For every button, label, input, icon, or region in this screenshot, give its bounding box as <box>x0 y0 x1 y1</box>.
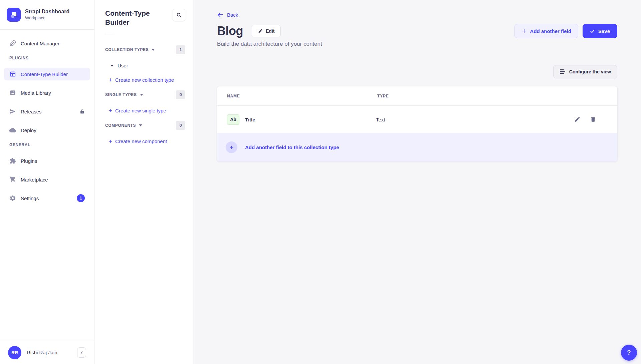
divider <box>105 34 115 34</box>
edit-field-button[interactable] <box>574 116 581 123</box>
brand-subtitle: Workplace <box>25 15 69 21</box>
save-label: Save <box>598 28 610 34</box>
search-button[interactable] <box>173 9 185 21</box>
section-label: SINGLE TYPES <box>105 92 137 97</box>
section-label: COLLECTION TYPES <box>105 47 149 52</box>
chevron-down-icon <box>139 124 142 126</box>
pencil-icon <box>258 29 263 33</box>
table-header: NAME TYPE <box>217 86 617 106</box>
back-link[interactable]: Back <box>217 11 238 18</box>
edit-label: Edit <box>266 28 274 34</box>
configure-the-view-button[interactable]: Configure the view <box>553 65 617 78</box>
sidebar-item-content-type-builder[interactable]: Content-Type Builder <box>4 68 90 80</box>
sidebar-item-label: Media Library <box>21 90 51 96</box>
subnav-title: Content-Type Builder <box>105 9 162 27</box>
table-row: Ab Title Text <box>217 106 617 133</box>
sidebar-item-label: Settings <box>21 196 39 201</box>
main-sidebar: Strapi Dashboard Workplace Content Manag… <box>0 0 94 364</box>
search-icon <box>176 12 182 18</box>
layout-icon <box>9 71 16 77</box>
brand-title: Strapi Dashboard <box>25 8 69 15</box>
create-new-collection-type-link[interactable]: + Create new collection type <box>105 75 185 85</box>
image-icon <box>9 89 16 96</box>
sidebar-item-deploy[interactable]: Deploy <box>4 124 90 136</box>
gear-icon <box>9 195 16 202</box>
content-type-builder-subnav: Content-Type Builder COLLECTION TYPES 1 <box>94 0 193 364</box>
sidebar-item-content-manager[interactable]: Content Manager <box>4 37 90 50</box>
cart-icon <box>9 176 16 183</box>
save-button[interactable]: Save <box>583 24 617 38</box>
sidebar-nav: Content Manager PLUGINS Content-Type Bui… <box>0 30 94 341</box>
page-title: Blog <box>217 24 243 38</box>
create-link-label: Create new single type <box>115 108 166 113</box>
section-count-badge: 0 <box>176 121 185 130</box>
create-link-label: Create new component <box>115 138 167 144</box>
add-field-to-collection-label: Add another field to this collection typ… <box>245 144 339 150</box>
section-single-types[interactable]: SINGLE TYPES 0 <box>105 90 185 99</box>
settings-lines-icon <box>560 69 566 74</box>
workspace-switcher[interactable]: Strapi Dashboard Workplace <box>0 0 94 30</box>
delete-field-button[interactable] <box>590 116 597 123</box>
brand-text: Strapi Dashboard Workplace <box>25 8 69 21</box>
check-icon <box>590 29 595 34</box>
column-header-type: TYPE <box>376 94 555 98</box>
plus-circle-icon: + <box>226 141 237 153</box>
sidebar-item-label: Marketplace <box>21 177 48 183</box>
sidebar-item-label: Content Manager <box>21 41 59 46</box>
puzzle-icon <box>9 157 16 164</box>
sidebar-item-label: Releases <box>21 109 42 114</box>
trash-icon <box>590 116 596 123</box>
edit-button[interactable]: Edit <box>252 25 281 37</box>
plus-icon <box>521 28 527 34</box>
sidebar-item-label: Plugins <box>21 158 37 164</box>
chevron-down-icon <box>152 49 155 51</box>
lock-icon <box>79 109 85 114</box>
chevron-down-icon <box>140 94 143 96</box>
section-components[interactable]: COMPONENTS 0 <box>105 121 185 130</box>
plus-icon: + <box>109 107 112 114</box>
field-name: Title <box>245 117 255 122</box>
main-content: Back Blog Edit Add <box>193 0 641 364</box>
field-type-badge: Ab <box>227 114 239 125</box>
collection-type-item-user[interactable]: User <box>105 61 185 70</box>
create-new-single-type-link[interactable]: + Create new single type <box>105 106 185 115</box>
strapi-logo-icon <box>7 8 21 22</box>
field-type: Text <box>376 117 555 122</box>
help-button[interactable]: ? <box>621 345 637 361</box>
pencil-icon <box>574 116 581 123</box>
user-panel: RR Rishi Raj Jain <box>0 341 94 364</box>
bullet-icon <box>111 65 113 66</box>
chevron-left-icon <box>80 351 83 354</box>
section-label: COMPONENTS <box>105 123 136 128</box>
collapse-sidebar-button[interactable] <box>77 347 86 358</box>
sidebar-section-plugins: PLUGINS <box>4 56 90 60</box>
sidebar-item-label: Deploy <box>21 127 36 133</box>
sidebar-item-settings[interactable]: Settings 1 <box>4 192 90 205</box>
paper-plane-icon <box>9 108 16 115</box>
feather-icon <box>9 40 16 47</box>
plus-icon: + <box>109 77 112 83</box>
column-header-name: NAME <box>226 94 376 98</box>
user-name: Rishi Raj Jain <box>27 350 57 355</box>
sidebar-item-media-library[interactable]: Media Library <box>4 86 90 99</box>
section-count-badge: 1 <box>176 45 185 54</box>
back-label: Back <box>227 12 238 18</box>
sidebar-item-plugins[interactable]: Plugins <box>4 154 90 167</box>
create-new-component-link[interactable]: + Create new component <box>105 137 185 146</box>
sidebar-item-label: Content-Type Builder <box>21 71 68 77</box>
sidebar-item-marketplace[interactable]: Marketplace <box>4 173 90 186</box>
add-field-to-collection-button[interactable]: + Add another field to this collection t… <box>217 133 617 161</box>
arrow-left-icon <box>217 11 224 18</box>
plus-icon: + <box>109 138 112 144</box>
add-another-field-label: Add another field <box>530 28 571 34</box>
avatar[interactable]: RR <box>8 346 21 359</box>
add-another-field-button[interactable]: Add another field <box>514 24 578 38</box>
cloud-icon <box>9 127 16 133</box>
section-collection-types[interactable]: COLLECTION TYPES 1 <box>105 45 185 54</box>
fields-table: NAME TYPE Ab Title Text <box>217 86 617 161</box>
page-subtitle: Build the data architecture of your cont… <box>217 41 617 47</box>
sidebar-item-releases[interactable]: Releases <box>4 105 90 118</box>
sidebar-section-general: GENERAL <box>4 142 90 147</box>
configure-the-view-label: Configure the view <box>569 69 611 74</box>
section-count-badge: 0 <box>176 90 185 99</box>
